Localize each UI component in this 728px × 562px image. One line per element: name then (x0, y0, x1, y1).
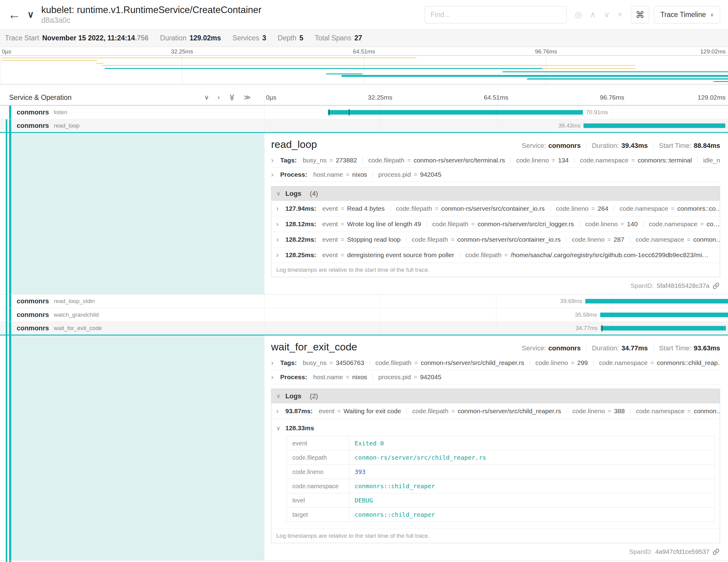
span-timeline-cell[interactable]: 35.58ms (264, 308, 728, 322)
trace-view-selector[interactable]: Trace Timeline ∨ (654, 6, 720, 23)
kv-pair: code.filepath=conmon-rs/server/src/conta… (396, 205, 545, 212)
span-row-wait_for_exit_code[interactable]: conmonrswait_for_exit_code34.77ms (0, 322, 728, 335)
kv-equals: = (607, 236, 611, 243)
log-field-key: code.namespace (287, 479, 349, 493)
log-entry[interactable]: ›128.12ms:event=Wrote log line of length… (271, 216, 720, 232)
service-operation-header: Service & Operation (9, 94, 72, 102)
log-entry-header[interactable]: ∨128.33ms (276, 421, 715, 435)
kv-equals: = (621, 220, 624, 227)
timeline-tick-4: 129.02ms (698, 94, 726, 101)
span-name-cell[interactable]: conmonrswrite_exit_path (0, 560, 264, 562)
span-row-read_loop_stdin[interactable]: conmonrsread_loop_stdin39.69ms (0, 295, 728, 308)
span-timeline-cell[interactable]: 70.91ms (264, 106, 728, 119)
process-row[interactable]: ›Process:host.name=nixosprocess.pid=9420… (271, 370, 720, 384)
process-row[interactable]: ›Process:host.name=nixosprocess.pid=9420… (271, 168, 720, 182)
span-name-cell[interactable]: conmonrsread_loop (0, 119, 264, 132)
clear-find-icon[interactable]: × (618, 11, 623, 19)
tags-row[interactable]: ›Tags:busy_ns=34506763code.filepath=conm… (271, 356, 720, 370)
span-bar[interactable] (600, 313, 728, 317)
prev-match-icon[interactable]: ∧ (590, 11, 596, 19)
span-name-cell[interactable]: conmonrswatch_grandchild (0, 308, 264, 322)
chevron-down-icon: ∨ (276, 191, 285, 196)
logs-header[interactable]: ∨Logs(2) (271, 389, 720, 403)
log-timestamp: 127.94ms: (285, 205, 316, 212)
span-timeline-cell[interactable]: 39.69ms (264, 295, 728, 308)
span-detail-read_loop: read_loopService:conmonrsDuration:39.43m… (0, 133, 728, 295)
span-row-watch_grandchild[interactable]: conmonrswatch_grandchild35.58ms (0, 308, 728, 322)
kv-key: host.name (313, 171, 343, 178)
span-bar[interactable] (328, 110, 583, 115)
kv-pair: code.lineno=287 (572, 236, 624, 243)
separator (593, 359, 594, 366)
span-name-cell[interactable]: conmonrswait_for_exit_code (0, 322, 264, 335)
span-id-value: 4a947cfd1ce59537 (655, 548, 709, 555)
log-entry[interactable]: ›128.22ms:event=Stopping read loopcode.f… (271, 232, 720, 247)
separator (390, 205, 390, 212)
locate-icon[interactable]: ◎ (575, 11, 582, 19)
next-match-icon[interactable]: ∨ (604, 11, 610, 19)
span-row-read_loop[interactable]: conmonrsread_loop39.43ms (0, 119, 728, 133)
timeline-tick-3: 96.76ms (600, 94, 624, 101)
span-bar[interactable] (601, 326, 726, 331)
collapse-all-icon[interactable]: ≫ (228, 94, 236, 101)
separator (530, 359, 530, 366)
log-field-key: event (287, 436, 349, 451)
span-service: conmonrs (17, 297, 49, 305)
kv-key: code.namespace (636, 407, 685, 414)
minimap-span-segment (326, 73, 362, 74)
kv-pair: code.namespace=conmonrs::terminal (580, 157, 692, 164)
chevron-right-icon: › (271, 359, 280, 366)
log-entry[interactable]: ›128.25ms:event=deregistering event sour… (271, 247, 720, 263)
span-timeline-cell[interactable]: 39.43ms (264, 119, 728, 132)
span-name-cell[interactable]: conmonrslisten (0, 106, 264, 119)
meta-label: Duration: (592, 344, 619, 352)
logs-header[interactable]: ∨Logs(4) (271, 186, 720, 201)
collapse-controls: ∨ › ≫ ≫ (204, 94, 251, 101)
kv-equals: = (341, 251, 344, 258)
span-name-cell[interactable]: conmonrsread_loop_stdin (0, 295, 264, 308)
separator (586, 345, 587, 352)
span-id-label: SpanID: (631, 282, 654, 289)
kv-value: conmon… (693, 236, 720, 243)
link-icon[interactable] (713, 548, 719, 555)
keyboard-shortcuts-button[interactable]: ⌘ (631, 6, 649, 23)
log-entry[interactable]: ›93.87ms:event=Waiting for exit codecode… (271, 403, 720, 419)
minimap-span-segment (342, 75, 728, 77)
trace-id: d8a3a0c (41, 16, 261, 25)
span-rows: conmonrslisten70.91msconmonrsread_loop39… (0, 106, 728, 562)
expand-one-icon[interactable]: › (218, 94, 220, 101)
span-bar[interactable] (585, 299, 728, 304)
tags-row[interactable]: ›Tags:busy_ns=273882code.filepath=conmon… (271, 153, 720, 168)
find-input[interactable] (425, 6, 567, 23)
collapse-one-icon[interactable]: ∨ (204, 94, 209, 101)
log-field-row: levelDEBUG (287, 493, 715, 508)
kv-value: 942045 (420, 171, 441, 178)
kv-equals: = (337, 407, 341, 414)
span-bar[interactable] (583, 124, 725, 128)
kv-pair: event=Waiting for exit code (319, 407, 401, 415)
span-timeline-cell[interactable]: 303µs (264, 560, 728, 562)
detail-header: read_loopService:conmonrsDuration:39.43m… (271, 138, 720, 150)
separator (460, 252, 460, 258)
log-entry[interactable]: ›127.94ms:event=Read 4 bytescode.filepat… (271, 201, 720, 216)
logs-count: (4) (310, 190, 318, 198)
expand-all-icon[interactable]: ≫ (244, 94, 251, 101)
minimap-span-segment (105, 68, 542, 69)
span-color-indicator (9, 322, 11, 335)
span-row-listen[interactable]: conmonrslisten70.91ms (0, 106, 728, 119)
kv-pair: code.filepath=conmon-rs/server/src/termi… (368, 157, 505, 164)
back-button[interactable]: ← (8, 8, 21, 21)
chevron-down-icon: ∨ (710, 12, 714, 18)
kv-key: code.namespace (620, 205, 668, 212)
kv-equals: = (341, 220, 344, 227)
span-timeline-cell[interactable]: 34.77ms (264, 322, 728, 335)
separator (586, 142, 587, 149)
kv-pair: busy_ns=34506763 (303, 359, 364, 366)
kv-key: code.lineno (585, 220, 618, 227)
minimap-graph[interactable] (0, 55, 728, 84)
link-icon[interactable] (713, 282, 719, 289)
collapse-trace-icon[interactable]: ∨ (27, 10, 34, 19)
span-row-write_exit_path[interactable]: conmonrswrite_exit_path303µs (0, 560, 728, 562)
kv-pair: event=Read 4 bytes (322, 205, 385, 212)
log-field-value: Exited 0 (349, 436, 715, 451)
